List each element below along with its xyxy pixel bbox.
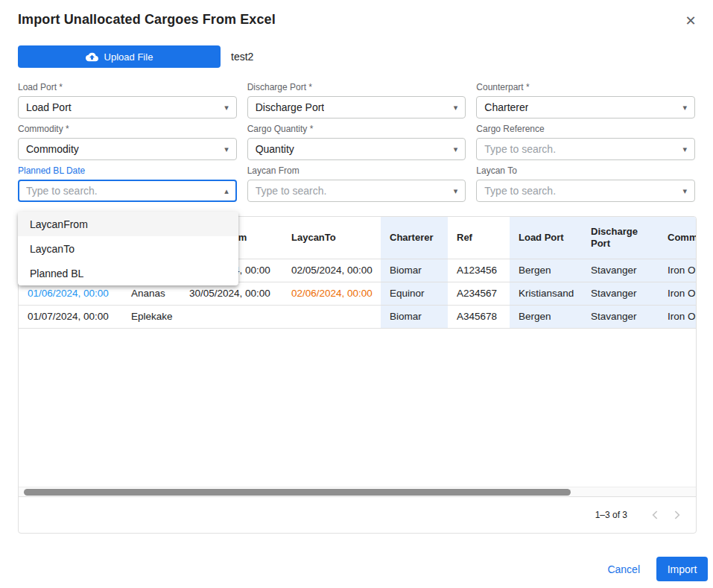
horizontal-scrollbar[interactable] — [19, 487, 696, 497]
field-label: Commodity * — [18, 124, 237, 134]
field-value: Discharge Port — [256, 101, 325, 113]
field-value: Charterer — [484, 101, 528, 113]
field-label: Counterpart * — [476, 82, 695, 92]
table-cell: 02/06/2024, 00:00 — [282, 282, 381, 305]
table-cell: Bergen — [510, 259, 582, 282]
column-header: LaycanTo — [282, 217, 381, 259]
field-label: Laycan To — [476, 165, 695, 176]
chevron-down-icon: ▾ — [224, 145, 229, 154]
laycan-from-input[interactable]: Type to search. ▾ — [247, 180, 466, 202]
column-header: Charterer — [381, 217, 448, 259]
load-port-select[interactable]: Load Port ▾ — [18, 96, 237, 118]
scrollbar-thumb[interactable] — [24, 489, 571, 496]
mapping-form: Load Port * Load Port ▾ Discharge Port *… — [18, 82, 695, 202]
column-header: Commodity — [659, 217, 696, 259]
table-cell: Stavanger — [582, 259, 659, 282]
planned-bl-date-input[interactable]: Type to search. ▴ — [18, 180, 237, 202]
planned-bl-date-dropdown: LaycanFrom LaycanTo Planned BL — [18, 212, 238, 285]
cargo-quantity-select[interactable]: Quantity ▾ — [247, 138, 466, 160]
dialog-title: Import Unallocated Cargoes From Excel — [18, 12, 276, 28]
table-cell: Iron Ore — [659, 259, 696, 282]
chevron-down-icon: ▾ — [454, 145, 458, 154]
cloud-upload-icon — [86, 51, 98, 63]
field-discharge-port: Discharge Port * Discharge Port ▾ — [247, 82, 466, 118]
table-cell: Stavanger — [582, 306, 659, 328]
field-placeholder: Type to search. — [484, 143, 556, 155]
table-cell — [282, 306, 381, 328]
field-placeholder: Type to search. — [26, 185, 98, 197]
next-page-button[interactable] — [666, 505, 687, 525]
chevron-down-icon: ▾ — [682, 187, 687, 195]
dropdown-option-laycanfrom[interactable]: LaycanFrom — [18, 212, 238, 236]
table-row: 01/06/2024, 00:00Ananas30/05/2024, 00:00… — [19, 282, 696, 306]
field-cargo-reference: Cargo Reference Type to search. ▾ — [476, 124, 695, 160]
field-load-port: Load Port * Load Port ▾ — [18, 82, 237, 118]
close-icon[interactable]: ✕ — [682, 12, 700, 30]
column-header: Discharge Port — [582, 217, 659, 259]
uploaded-file-name: test2 — [231, 45, 253, 68]
table-cell: A345678 — [448, 306, 510, 328]
chevron-down-icon: ▾ — [682, 145, 687, 154]
table-cell: A234567 — [448, 282, 510, 305]
table-cell: Bergen — [510, 306, 582, 328]
field-label: Cargo Reference — [476, 124, 695, 134]
table-cell: 01/06/2024, 00:00 — [19, 282, 122, 305]
field-placeholder: Type to search. — [256, 185, 327, 197]
field-value: Commodity — [26, 143, 79, 155]
table-cell: Biomar — [381, 306, 448, 328]
field-value: Quantity — [256, 143, 294, 155]
field-laycan-from: Laycan From Type to search. ▾ — [247, 165, 466, 202]
field-label: Discharge Port * — [247, 82, 466, 92]
laycan-to-input[interactable]: Type to search. ▾ — [476, 180, 695, 202]
chevron-down-icon: ▾ — [682, 104, 687, 112]
dialog-actions: Cancel Import — [600, 557, 708, 581]
table-cell: Ananas — [122, 282, 180, 305]
field-label: Load Port * — [18, 82, 237, 92]
field-label: Laycan From — [247, 165, 466, 176]
import-cargoes-dialog: Import Unallocated Cargoes From Excel ✕ … — [0, 0, 713, 588]
field-value: Load Port — [26, 101, 72, 113]
dropdown-option-laycanto[interactable]: LaycanTo — [18, 236, 238, 261]
table-cell: A123456 — [448, 259, 510, 282]
previous-page-button[interactable] — [645, 505, 666, 525]
field-planned-bl-date: Planned BL Date Type to search. ▴ — [18, 165, 237, 202]
field-laycan-to: Laycan To Type to search. ▾ — [476, 165, 695, 202]
pagination-bar: 1–3 of 3 — [19, 497, 696, 533]
cargo-reference-input[interactable]: Type to search. ▾ — [476, 138, 695, 160]
field-commodity: Commodity * Commodity ▾ — [18, 124, 237, 160]
field-label: Cargo Quantity * — [247, 124, 466, 134]
chevron-down-icon: ▾ — [454, 104, 458, 112]
table-cell: Iron Ore — [659, 282, 696, 305]
table-cell: Iron Ore — [659, 306, 696, 328]
pagination-range: 1–3 of 3 — [595, 510, 627, 520]
upload-file-label: Upload File — [104, 51, 153, 63]
column-header: Ref — [448, 217, 510, 259]
chevron-down-icon: ▾ — [224, 104, 229, 112]
table-cell: 01/07/2024, 00:00 — [19, 306, 122, 328]
field-label: Planned BL Date — [18, 165, 237, 176]
commodity-select[interactable]: Commodity ▾ — [18, 138, 237, 160]
table-empty-space — [19, 329, 696, 487]
upload-file-button[interactable]: Upload File — [18, 45, 221, 68]
chevron-down-icon: ▾ — [454, 187, 458, 195]
cancel-button[interactable]: Cancel — [600, 559, 647, 580]
table-cell: 02/05/2024, 00:00 — [282, 259, 381, 282]
import-button[interactable]: Import — [656, 557, 708, 581]
table-cell: Equinor — [381, 282, 448, 305]
discharge-port-select[interactable]: Discharge Port ▾ — [247, 96, 466, 118]
table-cell: Biomar — [381, 259, 448, 282]
field-placeholder: Type to search. — [484, 185, 556, 197]
field-counterpart: Counterpart * Charterer ▾ — [476, 82, 695, 118]
column-header: Load Port — [510, 217, 582, 259]
counterpart-select[interactable]: Charterer ▾ — [476, 96, 695, 118]
table-cell: 30/05/2024, 00:00 — [180, 282, 282, 305]
chevron-up-icon: ▴ — [224, 187, 229, 195]
table-row: 01/07/2024, 00:00EplekakeBiomarA345678Be… — [19, 306, 696, 329]
table-cell — [180, 306, 282, 328]
table-cell: Stavanger — [582, 282, 659, 305]
table-cell: Eplekake — [122, 306, 180, 328]
table-cell: Kristiansand — [510, 282, 582, 305]
dropdown-option-plannedbl[interactable]: Planned BL — [18, 261, 238, 285]
field-cargo-quantity: Cargo Quantity * Quantity ▾ — [247, 124, 466, 160]
